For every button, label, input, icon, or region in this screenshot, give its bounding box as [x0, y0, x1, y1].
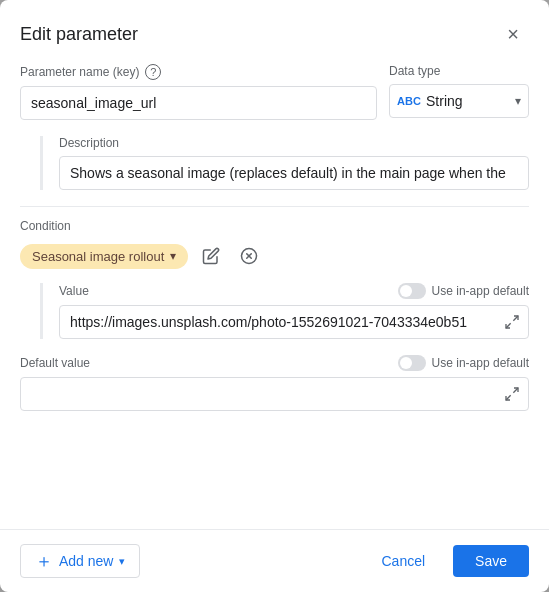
edit-parameter-modal: Edit parameter × Parameter name (key) ? …	[0, 0, 549, 592]
default-value-label: Default value	[20, 356, 90, 370]
plus-icon: ＋	[35, 552, 53, 570]
data-type-label-row: Data type	[389, 64, 529, 78]
value-label: Value	[59, 284, 89, 298]
divider-1	[20, 206, 529, 207]
default-value-input[interactable]	[21, 378, 496, 410]
value-header: Value Use in-app default	[59, 283, 529, 299]
add-new-button[interactable]: ＋ Add new ▾	[20, 544, 140, 578]
description-input[interactable]	[59, 156, 529, 190]
add-new-label: Add new	[59, 553, 113, 569]
param-name-label-row: Parameter name (key) ?	[20, 64, 377, 80]
svg-line-3	[513, 316, 518, 321]
description-section: Description	[40, 136, 529, 190]
modal-title: Edit parameter	[20, 24, 138, 45]
edit-condition-button[interactable]	[196, 241, 226, 271]
default-expand-button[interactable]	[496, 382, 528, 406]
value-section: Value Use in-app default	[40, 283, 529, 339]
svg-line-4	[506, 323, 511, 328]
value-input-row	[59, 305, 529, 339]
add-new-chevron-icon: ▾	[119, 555, 125, 568]
data-type-select-wrapper: ABC String Number Boolean JSON ▾	[389, 84, 529, 118]
param-name-group: Parameter name (key) ?	[20, 64, 377, 120]
default-input-row	[20, 377, 529, 411]
param-name-help-icon[interactable]: ?	[145, 64, 161, 80]
modal-body: Parameter name (key) ? Data type ABC Str…	[0, 64, 549, 529]
default-use-default-label: Use in-app default	[432, 356, 529, 370]
data-type-group: Data type ABC String Number Boolean JSON…	[389, 64, 529, 120]
condition-row: Seasonal image rollout ▾	[20, 241, 529, 271]
footer-actions: Cancel Save	[363, 545, 529, 577]
close-button[interactable]: ×	[497, 18, 529, 50]
default-value-section: Default value Use in-app default	[20, 355, 529, 411]
param-name-input[interactable]	[20, 86, 377, 120]
condition-chip-chevron-icon: ▾	[170, 249, 176, 263]
param-type-row: Parameter name (key) ? Data type ABC Str…	[20, 64, 529, 120]
condition-label: Condition	[20, 219, 529, 233]
default-value-header: Default value Use in-app default	[20, 355, 529, 371]
data-type-select[interactable]: String Number Boolean JSON	[389, 84, 529, 118]
value-use-default-label: Use in-app default	[432, 284, 529, 298]
svg-line-5	[513, 388, 518, 393]
modal-header: Edit parameter ×	[0, 0, 549, 64]
cancel-button[interactable]: Cancel	[363, 545, 443, 577]
condition-chip[interactable]: Seasonal image rollout ▾	[20, 244, 188, 269]
default-use-default-toggle[interactable]	[398, 355, 426, 371]
remove-condition-button[interactable]	[234, 241, 264, 271]
modal-footer: ＋ Add new ▾ Cancel Save	[0, 529, 549, 592]
value-input[interactable]	[60, 306, 496, 338]
svg-line-6	[506, 395, 511, 400]
data-type-label: Data type	[389, 64, 440, 78]
use-default-row: Use in-app default	[398, 283, 529, 299]
toggle-knob	[400, 285, 412, 297]
description-label: Description	[59, 136, 529, 150]
default-use-default-row: Use in-app default	[398, 355, 529, 371]
condition-chip-label: Seasonal image rollout	[32, 249, 164, 264]
param-name-label: Parameter name (key)	[20, 65, 139, 79]
condition-section: Condition Seasonal image rollout ▾	[20, 219, 529, 339]
default-toggle-knob	[400, 357, 412, 369]
save-button[interactable]: Save	[453, 545, 529, 577]
value-use-default-toggle[interactable]	[398, 283, 426, 299]
value-expand-button[interactable]	[496, 310, 528, 334]
